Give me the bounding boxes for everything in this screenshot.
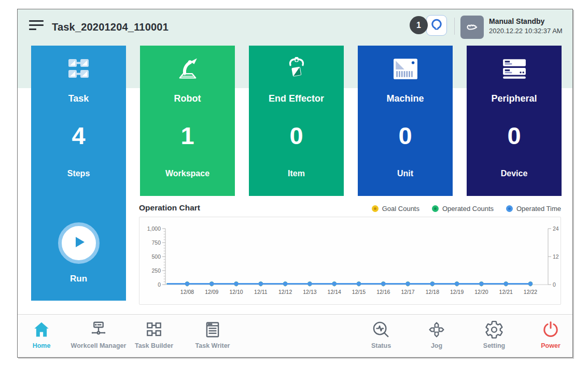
manual-hand-icon [465,19,480,36]
svg-text:12/16: 12/16 [376,289,390,295]
card-machine[interactable]: Machine 0 Unit [358,46,453,196]
notification-badge: 1 [410,16,428,34]
svg-text:750: 750 [151,239,161,246]
svg-text:12/20: 12/20 [474,289,488,295]
svg-text:0: 0 [553,281,556,288]
task-steps-icon [31,53,126,85]
run-button[interactable] [58,222,100,264]
app-window: Task_20201204_110001 1 Manual Standby 20… [17,9,573,358]
card-robot[interactable]: Robot 1 Workspace [140,46,235,196]
svg-text:250: 250 [151,267,161,274]
card-unit: Steps [31,169,126,178]
legend-item: Operated Time [506,205,561,213]
svg-text:12/21: 12/21 [499,289,513,295]
mode-label: Manual Standby [489,17,563,25]
robot-mode-status: Manual Standby 2020.12.22 10:32:37 AM [489,17,563,35]
svg-text:12/08: 12/08 [180,289,194,295]
nav-task-writer[interactable]: Task Writer [176,319,249,349]
peripheral-icon [467,53,562,85]
svg-text:1,000: 1,000 [147,225,161,232]
card-end-effector[interactable]: End Effector 0 Item [249,46,344,196]
timestamp: 2020.12.22 10:32:37 AM [489,27,563,35]
card-value: 1 [140,121,235,150]
svg-text:12: 12 [553,253,559,260]
svg-text:12/09: 12/09 [205,289,218,295]
svg-text:0: 0 [158,281,161,288]
robot-arm-icon [140,53,235,85]
card-label: Robot [140,93,235,104]
svg-text:12/19: 12/19 [450,289,464,295]
card-unit: Workspace [140,169,235,178]
card-value: 0 [358,121,453,150]
legend-item: Goal Counts [372,205,419,213]
operation-chart-panel: 02505007501,0000122412/0812/0912/1012/11… [139,217,561,305]
card-unit: Unit [358,169,453,178]
menu-icon[interactable] [29,20,44,32]
machine-icon [358,53,453,85]
nav-power[interactable]: Power [514,319,573,349]
card-peripheral[interactable]: Peripheral 0 Device [467,46,562,196]
legend-dot [372,205,379,212]
task-writer-icon [176,319,249,341]
run-label: Run [31,274,126,284]
gripper-icon [249,53,344,85]
card-unit: Device [467,169,562,178]
header-divider [454,18,455,35]
card-label: Task [31,93,126,104]
bottom-nav: Home Workcell Manager [18,314,572,357]
svg-text:24: 24 [553,225,559,232]
svg-text:12/22: 12/22 [524,289,537,295]
power-icon [514,319,573,341]
legend-item: Operated Counts [432,205,494,213]
card-unit: Item [249,169,344,178]
operation-chart: 02505007501,0000122412/0812/0912/1012/11… [139,217,561,304]
mode-indicator[interactable] [460,16,484,39]
svg-text:12/15: 12/15 [352,289,366,295]
svg-text:12/11: 12/11 [254,289,268,295]
card-label: End Effector [249,93,344,104]
card-value: 0 [249,121,344,150]
legend-dot [432,205,439,212]
task-title: Task_20201204_110001 [52,21,169,33]
svg-text:12/12: 12/12 [278,289,292,295]
card-value: 4 [31,121,126,150]
svg-text:12/14: 12/14 [328,289,341,295]
chart-legend: Goal CountsOperated CountsOperated Time [139,205,561,213]
play-icon [70,233,88,253]
card-task[interactable]: Task 4 Steps Run [31,46,126,301]
tool-button[interactable] [426,15,447,36]
card-label: Machine [358,93,453,104]
svg-text:12/13: 12/13 [303,289,316,295]
svg-text:12/10: 12/10 [229,289,243,295]
gripper-rotate-icon [430,18,443,33]
card-label: Peripheral [467,93,562,104]
legend-dot [506,205,513,212]
svg-text:12/18: 12/18 [426,289,439,295]
svg-text:500: 500 [151,253,161,260]
svg-text:12/17: 12/17 [401,289,414,295]
card-value: 0 [467,121,562,150]
